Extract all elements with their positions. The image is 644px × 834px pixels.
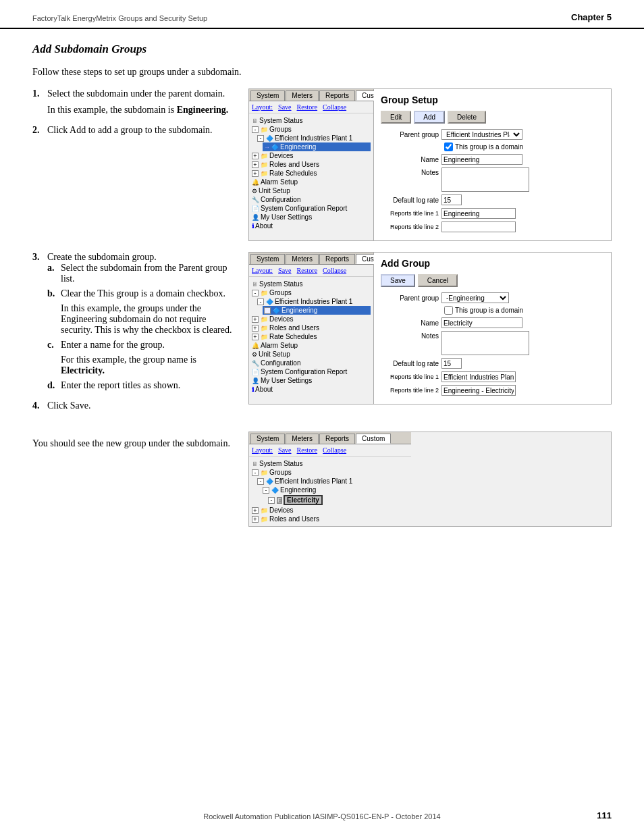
ui2-tab-reports[interactable]: Reports (319, 254, 355, 264)
final-section: You should see the new group under the s… (32, 432, 612, 527)
ui2-cancel-btn[interactable]: Cancel (418, 274, 458, 287)
ui2-tree-groups-label: Groups (269, 289, 292, 296)
footer-text: Rockwell Automation Publication IASIMP-Q… (203, 812, 440, 820)
ui3-tree-roles: + 📁 Roles and Users (252, 515, 408, 523)
ui3-tab-custom[interactable]: Custom (356, 434, 391, 444)
ui2-expand-ratescheds[interactable]: + (252, 334, 259, 340)
ui1-expand-roles[interactable]: + (252, 161, 259, 168)
ui1-reportstitle2-label: Reports title line 2 (381, 224, 441, 230)
ui1-add-btn[interactable]: Add (414, 111, 445, 124)
ui1-expand-groups[interactable]: - (252, 126, 259, 133)
ui2-collapse-link[interactable]: Collapse (323, 267, 346, 274)
step-3-substeps: a. Select the subdomain from the Parent … (47, 263, 235, 391)
ui3-expand-engineering[interactable]: - (263, 487, 269, 494)
ui2-tree-eiplant: - 🔷 Efficient Industries Plant 1 (257, 297, 371, 306)
step-3-num: 3. (32, 252, 43, 263)
ui3-tab-system[interactable]: System (250, 434, 285, 444)
ui1-tree-about: ℹ About (252, 221, 371, 230)
ui2-tree-config: 🔧 Configuration (252, 359, 371, 367)
substep-3c-note: For this example, the group name is Elec… (61, 355, 235, 376)
ui2-lograte-input[interactable] (441, 358, 462, 369)
ui2-notes-textarea[interactable] (441, 331, 529, 355)
screenshot-2-container: System Meters Reports Custom Layout: Sav… (248, 252, 612, 405)
ui2-expand-devices[interactable]: + (252, 316, 259, 323)
ui2-reportstitle2-label: Reports title line 2 (381, 387, 441, 394)
ui2-tree-config-label: Configuration (261, 359, 300, 367)
ui1-reportstitle2-input[interactable] (441, 221, 516, 232)
ui2-tree-roles: + 📁 Roles and Users (252, 323, 371, 332)
ui3-expand-devices[interactable]: + (252, 507, 259, 514)
ui2-expand-eiplant[interactable]: - (257, 298, 264, 305)
ui2-expand-roles[interactable]: + (252, 325, 259, 332)
ui1-tab-reports[interactable]: Reports (319, 90, 355, 101)
ui1-collapse-link[interactable]: Collapse (323, 103, 346, 111)
ui1-expand-ratescheds[interactable]: + (252, 170, 259, 177)
ui1-save-link[interactable]: Save (278, 103, 291, 111)
ui2-notes-row: Notes (381, 331, 604, 355)
ui3-left-panel: System Meters Reports Custom Layout: Sav… (249, 432, 411, 526)
ui3-expand-electricity[interactable]: - (268, 497, 275, 504)
ui3-expand-groups[interactable]: - (252, 469, 259, 476)
screenshot-3: System Meters Reports Custom Layout: Sav… (248, 432, 612, 527)
ui2-toolbar: Layout: Save Restore Collapse (249, 265, 373, 277)
ui3-restore-link[interactable]: Restore (297, 446, 318, 454)
ui1-restore-link[interactable]: Restore (297, 103, 318, 111)
ui1-name-input[interactable] (441, 154, 522, 165)
ui2-restore-link[interactable]: Restore (297, 267, 318, 274)
substep-3b-label: b. (47, 288, 57, 336)
ui3-tree-groups-label: Groups (269, 469, 292, 476)
ui2-tab-meters[interactable]: Meters (286, 254, 319, 264)
ui1-delete-btn[interactable]: Delete (448, 111, 486, 124)
ui1-expand-eiplant[interactable]: - (257, 135, 264, 142)
ui2-parent-group-select[interactable]: -Engineering (441, 292, 509, 303)
screenshot-1-container: System Meters Reports Custom Layout: Sav… (248, 88, 612, 241)
ui1-reportstitle1-input[interactable] (441, 208, 516, 219)
ui2-tree-engineering[interactable]: - 🔷 Engineering (263, 306, 371, 315)
ui3-save-link[interactable]: Save (278, 446, 291, 454)
ui1-expand-devices[interactable]: + (252, 153, 259, 159)
ui2-tree: 🖥 System Status - 📁 Groups - 🔷 (249, 277, 373, 396)
ui1-lograte-input[interactable] (441, 194, 462, 205)
ui2-save-btn[interactable]: Save (381, 274, 415, 287)
ui3-expand-eiplant[interactable]: - (257, 478, 264, 485)
ui1-parent-group-label: Parent group (381, 131, 441, 138)
ui3-tab-meters[interactable]: Meters (286, 434, 319, 444)
ui1-tree-engineering[interactable]: → 🔷 Engineering (263, 142, 371, 151)
ui2-domain-checkbox[interactable] (444, 306, 453, 315)
ui2-name-input[interactable] (441, 317, 522, 328)
ui2-reportstitle2-input[interactable] (441, 385, 516, 396)
ui1-tree-config: 🔧 Configuration (252, 195, 371, 204)
ui3-tree-electricity[interactable]: - E Electricity (268, 494, 408, 506)
ui1-panel-title: Group Setup (381, 95, 604, 105)
substep-3d: d. Enter the report titles as shown. (47, 380, 235, 391)
ui2-expand-groups[interactable]: - (252, 290, 259, 296)
step-1-example-bold: Engineering. (177, 105, 229, 115)
ui1-notes-label: Notes (381, 169, 441, 176)
final-note: You should see the new group under the s… (32, 438, 235, 449)
ui3-tree-engineering: - 🔷 Engineering (263, 486, 408, 494)
ui1-tab-meters[interactable]: Meters (286, 90, 319, 101)
substep-3a: a. Select the subdomain from the Parent … (47, 263, 235, 284)
ui2-tree-engineering-label: Engineering (281, 307, 317, 314)
ui2-expand-engineering[interactable]: - (264, 307, 271, 314)
ui2-reportstitle1-input[interactable] (441, 371, 516, 382)
ui1-notes-textarea[interactable] (441, 167, 529, 192)
ui3-tree-devices-label: Devices (269, 506, 294, 514)
ui2-tab-system[interactable]: System (250, 254, 285, 264)
ui1-tree-eiplant-label: Efficient Industries Plant 1 (275, 134, 352, 142)
steps-1-2-section: 1. Select the subdomain under the parent… (32, 88, 612, 241)
ui2-save-link[interactable]: Save (278, 267, 291, 274)
ui3-tab-reports[interactable]: Reports (319, 434, 355, 444)
ui3-tree-status-label: System Status (259, 460, 302, 467)
ui1-edit-btn[interactable]: Edit (381, 111, 411, 124)
ui1-parent-group-select[interactable]: Efficient Industries Plant 1 (441, 129, 522, 140)
substep-3a-text: Select the subdomain from the Parent gro… (61, 263, 235, 284)
header-chapter: Chapter 5 (571, 12, 612, 22)
ui2-tree-roles-label: Roles and Users (269, 324, 319, 332)
ui3-expand-roles[interactable]: + (252, 516, 259, 523)
ui2-domain-label: This group is a domain (455, 307, 523, 314)
screenshot-2-full: System Meters Reports Custom Layout: Sav… (249, 253, 611, 404)
ui3-collapse-link[interactable]: Collapse (323, 446, 346, 454)
ui1-domain-checkbox[interactable] (444, 142, 453, 151)
ui1-tab-system[interactable]: System (250, 90, 285, 101)
